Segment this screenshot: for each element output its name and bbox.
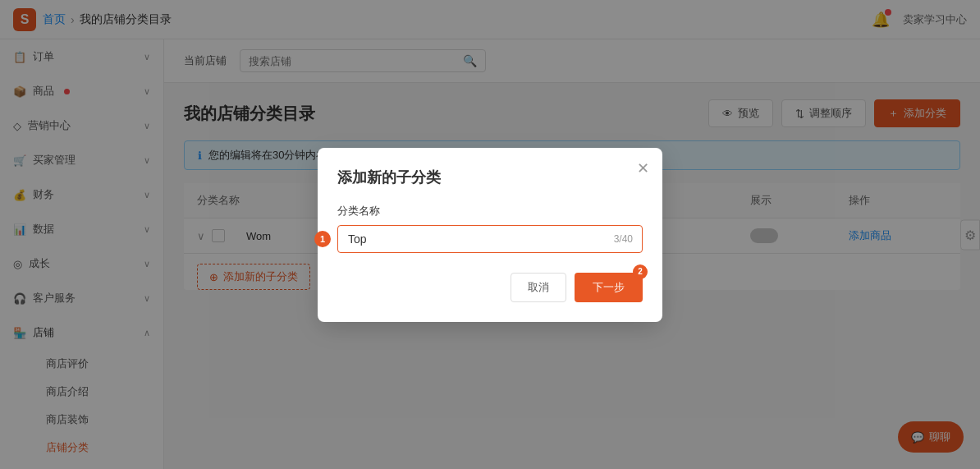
modal-overlay[interactable]: 添加新的子分类 ✕ 分类名称 1 3/40 取消 下一步 2 <box>0 0 980 469</box>
add-subcategory-modal: 添加新的子分类 ✕ 分类名称 1 3/40 取消 下一步 2 <box>318 148 662 322</box>
form-input-wrap: 1 3/40 <box>337 225 643 253</box>
cancel-button[interactable]: 取消 <box>511 273 566 302</box>
category-name-input[interactable] <box>337 225 643 253</box>
form-label: 分类名称 <box>337 204 643 218</box>
char-count: 3/40 <box>614 233 633 245</box>
next-step-button[interactable]: 下一步 <box>575 273 643 302</box>
modal-footer: 取消 下一步 2 <box>337 273 643 302</box>
step2-badge: 2 <box>633 264 648 279</box>
modal-title: 添加新的子分类 <box>337 168 643 187</box>
step1-badge: 1 <box>314 231 331 247</box>
modal-close-button[interactable]: ✕ <box>637 161 649 176</box>
